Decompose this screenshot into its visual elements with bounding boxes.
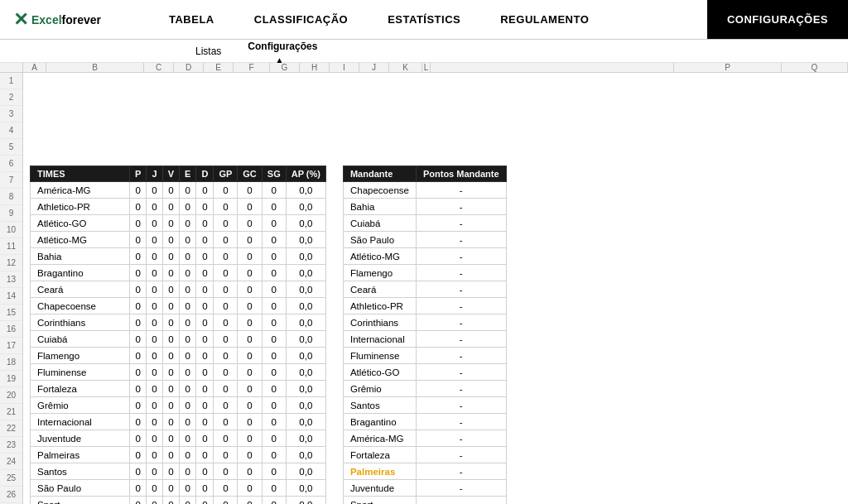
nav-estatisticas[interactable]: ESTATÍSTICS [368, 0, 480, 39]
team-name-cell: Sport [31, 497, 130, 505]
mandante-row: Santos - [343, 397, 506, 414]
ap-cell: 0,0 [286, 314, 325, 331]
table-row: Chapecoense 0 0 0 0 0 0 0 0 0,0 [31, 298, 326, 314]
team-name-cell: São Paulo [31, 480, 130, 497]
gp-cell: 0 [214, 281, 238, 298]
sg-cell: 0 [262, 331, 286, 348]
e-cell: 0 [180, 480, 196, 497]
nav-regulamento[interactable]: REGULAMENTO [480, 0, 609, 39]
col-header-d: D [196, 166, 214, 182]
logo-text: Excelforever [31, 13, 101, 26]
mandante-pts-cell: - [416, 364, 506, 381]
v-cell: 0 [162, 480, 179, 497]
team-name-cell: Fortaleza [31, 381, 130, 397]
col-l: L [422, 63, 431, 72]
d-cell: 0 [196, 414, 214, 430]
row-5: 5 [0, 139, 22, 156]
table-row: Cuiabá 0 0 0 0 0 0 0 0 0,0 [31, 331, 326, 348]
sg-cell: 0 [262, 348, 286, 364]
e-cell: 0 [180, 447, 196, 463]
mandante-team-cell: Ceará [343, 281, 416, 298]
standings-table: TIMES P J V E D GP GC SG AP (%) [30, 166, 326, 504]
nav-configuracoes[interactable]: CONFIGURAÇÕES [707, 0, 848, 39]
row-16: 16 [0, 321, 22, 338]
ap-cell: 0,0 [286, 348, 325, 364]
gp-cell: 0 [214, 348, 238, 364]
gc-cell: 0 [238, 364, 263, 381]
mandante-team-cell: Fluminense [343, 348, 416, 364]
mandante-row: Bahia - [343, 199, 506, 215]
j-cell: 0 [147, 265, 162, 281]
mandante-row: Corinthians - [343, 314, 506, 331]
sg-cell: 0 [262, 447, 286, 463]
d-cell: 0 [196, 397, 214, 414]
nav-tabela[interactable]: TABELA [149, 0, 234, 39]
gc-cell: 0 [238, 281, 263, 298]
mandante-pts-cell: - [416, 497, 506, 505]
table-row: Fluminense 0 0 0 0 0 0 0 0 0,0 [31, 364, 326, 381]
e-cell: 0 [180, 364, 196, 381]
p-cell: 0 [130, 331, 147, 348]
row-9: 9 [0, 205, 22, 222]
sub-configuracoes[interactable]: Configurações [234, 37, 330, 55]
sg-cell: 0 [262, 199, 286, 215]
col-header-e: E [180, 166, 196, 182]
sg-cell: 0 [262, 215, 286, 232]
j-cell: 0 [147, 314, 162, 331]
sg-cell: 0 [262, 248, 286, 265]
v-cell: 0 [162, 414, 179, 430]
nav-spacer [609, 0, 707, 39]
team-name-cell: Palmeiras [31, 447, 130, 463]
v-cell: 0 [162, 199, 179, 215]
mandante-row: São Paulo - [343, 232, 506, 248]
navigation-bar: ✕ Excelforever TABELA CLASSIFICAÇÃO ESTA… [0, 0, 848, 40]
p-cell: 0 [130, 414, 147, 430]
v-cell: 0 [162, 447, 179, 463]
table-row: Flamengo 0 0 0 0 0 0 0 0 0,0 [31, 348, 326, 364]
excel-icon: ✕ [13, 9, 28, 31]
d-cell: 0 [196, 248, 214, 265]
gc-cell: 0 [238, 298, 263, 314]
mandante-row: Atlético-GO - [343, 364, 506, 381]
mandante-pts-cell: - [416, 397, 506, 414]
v-cell: 0 [162, 182, 179, 199]
row-11: 11 [0, 238, 22, 255]
col-i: I [330, 63, 359, 72]
d-cell: 0 [196, 463, 214, 480]
v-cell: 0 [162, 430, 179, 447]
d-cell: 0 [196, 232, 214, 248]
gp-cell: 0 [214, 447, 238, 463]
sg-cell: 0 [262, 265, 286, 281]
p-cell: 0 [130, 430, 147, 447]
table-row: América-MG 0 0 0 0 0 0 0 0 0,0 [31, 182, 326, 199]
row-1: 1 [0, 73, 22, 89]
ap-cell: 0,0 [286, 331, 325, 348]
table-row: Santos 0 0 0 0 0 0 0 0 0,0 [31, 463, 326, 480]
ap-cell: 0,0 [286, 364, 325, 381]
mandante-team-cell: Atlético-MG [343, 248, 416, 265]
mandante-pts-cell: - [416, 232, 506, 248]
mandante-row: Fluminense - [343, 348, 506, 364]
sub-listas[interactable]: Listas [182, 42, 234, 60]
col-c: C [144, 63, 174, 72]
ap-cell: 0,0 [286, 265, 325, 281]
team-name-cell: Atlético-GO [31, 215, 130, 232]
j-cell: 0 [147, 348, 162, 364]
col-k: K [389, 63, 422, 72]
ap-cell: 0,0 [286, 215, 325, 232]
v-cell: 0 [162, 397, 179, 414]
team-name-cell: Atlético-MG [31, 232, 130, 248]
e-cell: 0 [180, 248, 196, 265]
mandante-team-cell: Cuiabá [343, 215, 416, 232]
team-name-cell: Athletico-PR [31, 199, 130, 215]
mandante-pts-cell: - [416, 215, 506, 232]
nav-classificacao[interactable]: CLASSIFICAÇÃO [234, 0, 368, 39]
mandante-team-cell: São Paulo [343, 232, 416, 248]
table-row: Atlético-GO 0 0 0 0 0 0 0 0 0,0 [31, 215, 326, 232]
p-cell: 0 [130, 248, 147, 265]
mandante-team-cell: Sport [343, 497, 416, 505]
d-cell: 0 [196, 348, 214, 364]
col-g: G [270, 63, 300, 72]
gc-cell: 0 [238, 397, 263, 414]
j-cell: 0 [147, 232, 162, 248]
